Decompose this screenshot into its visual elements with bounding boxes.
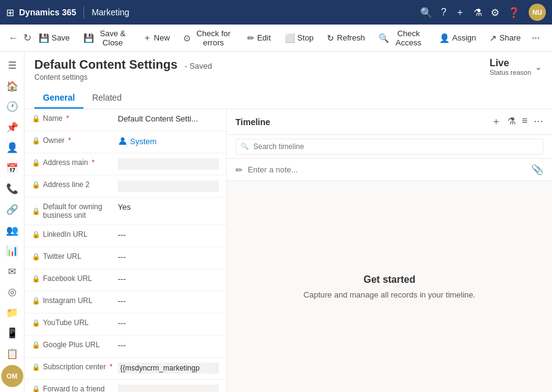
content-area: Default Content Settings - Saved Content… (25, 52, 552, 392)
refresh-button[interactable]: ↻ Refresh (321, 31, 371, 45)
timeline-empty-subtitle: Capture and manage all records in your t… (304, 290, 475, 299)
field-facebook: 🔒 Facebook URL --- (25, 269, 226, 291)
main-layout: ☰ 🏠 🕐 📌 👤 📅 📞 🔗 👥 📊 ✉ ◎ 📁 📱 📋 OM Default… (0, 52, 552, 392)
sidebar-menu-icon[interactable]: ☰ (1, 56, 23, 75)
check-errors-button[interactable]: ⊙ Check for errors (177, 26, 240, 50)
sidebar-circle-icon[interactable]: ◎ (1, 283, 23, 301)
sidebar-phone-icon[interactable]: 📞 (1, 180, 23, 198)
question-icon[interactable]: ❓ (508, 7, 520, 18)
top-nav: ⊞ Dynamics 365 Marketing 🔍 ? ＋ ⚗ ⚙ ❓ NU (0, 0, 552, 25)
timeline-title: Timeline (236, 117, 270, 127)
user-avatar[interactable]: NU (529, 4, 546, 21)
timeline-more-icon[interactable]: ⋯ (534, 115, 543, 128)
sidebar-om-avatar[interactable]: OM (1, 365, 23, 387)
tab-general[interactable]: General (34, 88, 83, 109)
sidebar-connections-icon[interactable]: 🔗 (1, 201, 23, 219)
timeline-add-icon[interactable]: ＋ (491, 115, 501, 128)
youtube-value: --- (118, 318, 219, 328)
linkedin-value: --- (118, 230, 219, 239)
sidebar-folder-icon[interactable]: 📁 (1, 303, 23, 321)
save-button[interactable]: 💾 Save (33, 31, 76, 45)
timeline-search-bar (227, 135, 552, 159)
field-owner-value[interactable]: System (118, 136, 156, 146)
record-header: Default Content Settings - Saved Content… (25, 52, 552, 109)
search-icon[interactable]: 🔍 (420, 7, 432, 18)
svg-point-0 (121, 137, 125, 141)
module-name: Marketing (91, 7, 129, 17)
sidebar-pinned-icon[interactable]: 📌 (1, 118, 23, 137)
form-section: 🔒 Name * Default Content Setti... 🔒 Owne… (25, 109, 227, 392)
note-pencil-icon: ✏ (236, 165, 243, 175)
new-button[interactable]: ＋ New (137, 30, 176, 46)
lock-icon-instagram: 🔒 (32, 297, 40, 305)
app-name: Dynamics 365 (19, 7, 76, 17)
share-button[interactable]: ↗ Share (483, 31, 527, 45)
record-body: 🔒 Name * Default Content Setti... 🔒 Owne… (25, 109, 552, 392)
nav-divider (83, 6, 84, 18)
timeline-filter-icon[interactable]: ⚗ (507, 115, 516, 128)
sidebar-recent-icon[interactable]: 🕐 (1, 98, 23, 116)
default-owning-value: Yes (118, 202, 219, 212)
forward-input[interactable] (118, 385, 219, 392)
timeline-columns-icon[interactable]: ≡ (522, 115, 527, 128)
timeline-note-area: ✏ 📎 (227, 159, 552, 181)
refresh-back-icon[interactable]: ↻ (23, 32, 31, 44)
sidebar-clipboard-icon[interactable]: 📋 (1, 344, 23, 363)
record-saved-status: - Saved (185, 61, 212, 71)
lock-icon-owner: 🔒 (32, 137, 40, 145)
twitter-value: --- (118, 252, 219, 261)
field-linkedin: 🔒 LinkedIn URL --- (25, 225, 226, 247)
stop-icon: ⬜ (285, 33, 295, 43)
sidebar-bottom: OM (1, 365, 23, 387)
tab-related[interactable]: Related (83, 88, 130, 109)
field-forward: 🔒 Forward to a friend (25, 380, 226, 392)
top-nav-icons: 🔍 ? ＋ ⚗ ⚙ ❓ NU (420, 4, 546, 21)
settings-icon[interactable]: ⚙ (491, 7, 499, 18)
command-bar: ← ↻ 💾 Save 💾 Save & Close ＋ New ⊙ Check … (0, 25, 552, 52)
record-title: Default Content Settings (34, 58, 177, 71)
assign-button[interactable]: 👤 Assign (433, 31, 482, 45)
status-section[interactable]: Live Status reason ⌄ (489, 58, 542, 76)
field-name: 🔒 Name * Default Content Setti... (25, 109, 226, 131)
address-line2-input[interactable] (118, 180, 219, 192)
edit-button[interactable]: ✏ Edit (241, 31, 277, 45)
lock-icon-googleplus: 🔒 (32, 341, 40, 349)
status-reason: Status reason (489, 69, 531, 76)
timeline-section: Timeline ＋ ⚗ ≡ ⋯ ✏ 📎 (227, 109, 552, 392)
field-owner: 🔒 Owner * System (25, 131, 226, 153)
sidebar-reports-icon[interactable]: 📊 (1, 242, 23, 260)
sidebar-people-icon[interactable]: 👤 (1, 139, 23, 157)
save-close-button[interactable]: 💾 Save & Close (77, 26, 136, 50)
timeline-search-input[interactable] (236, 139, 543, 155)
sidebar-contacts-icon[interactable]: 👥 (1, 221, 23, 239)
record-subtitle: Content settings (34, 73, 212, 82)
check-access-button[interactable]: 🔍 Check Access (372, 26, 432, 50)
field-address-line2: 🔒 Address line 2 (25, 175, 226, 198)
subscription-input[interactable] (118, 363, 219, 374)
timeline-empty-state: Get started Capture and manage all recor… (227, 181, 552, 392)
note-attach-icon[interactable]: 📎 (531, 164, 543, 175)
share-icon: ↗ (489, 33, 497, 43)
back-icon[interactable]: ← (9, 33, 18, 44)
filter-icon[interactable]: ⚗ (473, 7, 482, 18)
timeline-action-icons: ＋ ⚗ ≡ ⋯ (491, 115, 543, 128)
lock-icon: 🔒 (32, 115, 40, 123)
lock-icon-fwd: 🔒 (32, 385, 40, 393)
address-main-input[interactable] (118, 158, 219, 170)
save-close-icon: 💾 (83, 33, 94, 43)
check-errors-icon: ⊙ (183, 33, 191, 43)
owner-person-icon (118, 136, 128, 146)
sidebar-calendar-icon[interactable]: 📅 (1, 159, 23, 178)
help-icon[interactable]: ? (441, 7, 447, 18)
lock-icon-linkedin: 🔒 (32, 231, 40, 239)
sidebar-email-icon[interactable]: ✉ (1, 262, 23, 280)
grid-icon[interactable]: ⊞ (6, 7, 14, 18)
sidebar-home-icon[interactable]: 🏠 (1, 77, 23, 96)
more-button[interactable]: ⋯ (528, 31, 543, 45)
stop-button[interactable]: ⬜ Stop (278, 31, 320, 45)
more-icon: ⋯ (532, 33, 540, 42)
add-icon[interactable]: ＋ (455, 6, 465, 19)
sidebar-phone2-icon[interactable]: 📱 (1, 324, 23, 342)
note-input[interactable] (248, 165, 526, 174)
instagram-value: --- (118, 296, 219, 306)
